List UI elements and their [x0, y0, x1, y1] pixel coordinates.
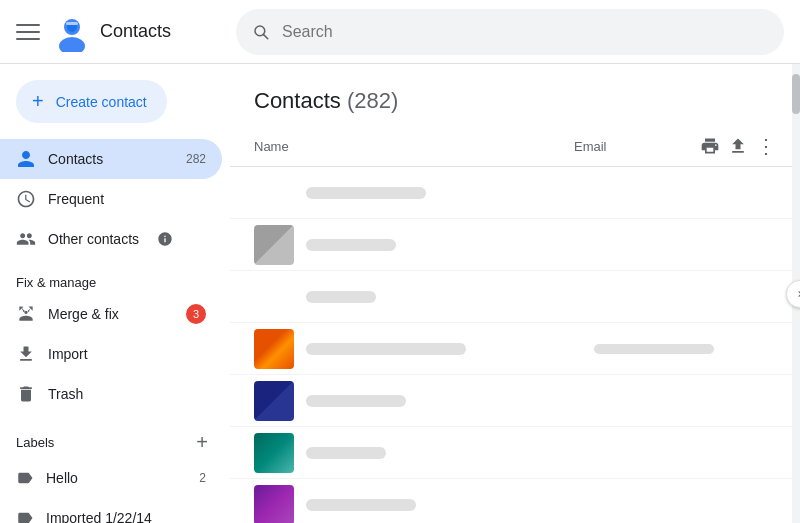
column-name: Name	[254, 139, 574, 154]
column-actions: ⋮	[700, 134, 776, 158]
label-hello-icon	[16, 469, 34, 487]
main-content: Contacts (282) Name Email ⋮	[230, 64, 800, 523]
contact-row[interactable]	[230, 479, 800, 523]
contact-name	[306, 447, 386, 459]
contact-info	[306, 291, 574, 303]
sidebar: + Create contact Contacts 282 Frequent O…	[0, 64, 230, 523]
chevron-right-icon	[794, 288, 800, 300]
layout: + Create contact Contacts 282 Frequent O…	[0, 64, 800, 523]
sidebar-item-frequent[interactable]: Frequent	[0, 179, 222, 219]
search-bar[interactable]	[236, 9, 784, 55]
contact-row[interactable]	[230, 219, 800, 271]
topbar: Contacts	[0, 0, 800, 64]
main-header: Contacts (282)	[230, 64, 800, 114]
topbar-left: Contacts	[16, 12, 236, 52]
search-input[interactable]	[282, 23, 768, 41]
other-contacts-label: Other contacts	[48, 231, 139, 247]
contact-row[interactable]	[230, 323, 800, 375]
plus-icon: +	[32, 90, 44, 113]
labels-label: Labels	[16, 435, 54, 450]
contacts-badge: 282	[186, 152, 206, 166]
contacts-list	[230, 167, 800, 523]
sidebar-item-other-contacts[interactable]: Other contacts	[0, 219, 222, 259]
svg-rect-4	[66, 22, 78, 25]
label-imported-text: Imported 1/22/14	[46, 510, 152, 523]
merge-badge: 3	[186, 304, 206, 324]
sidebar-item-contacts[interactable]: Contacts 282	[0, 139, 222, 179]
sidebar-item-trash[interactable]: Trash	[0, 374, 222, 414]
hamburger-icon[interactable]	[16, 20, 40, 44]
trash-icon	[16, 384, 36, 404]
contact-avatar	[254, 381, 294, 421]
table-header: Name Email ⋮	[230, 126, 800, 167]
contact-name	[306, 343, 466, 355]
import-icon	[16, 344, 36, 364]
contact-email-blur	[594, 344, 714, 354]
contact-row[interactable]	[230, 375, 800, 427]
merge-icon	[16, 304, 36, 324]
contact-avatar	[254, 225, 294, 265]
contact-avatar	[254, 433, 294, 473]
app-title: Contacts	[100, 21, 171, 42]
contact-name	[306, 187, 426, 199]
contact-row[interactable]	[230, 271, 800, 323]
svg-line-6	[264, 34, 268, 38]
merge-label: Merge & fix	[48, 306, 119, 322]
search-icon	[252, 23, 270, 41]
label-hello-text: Hello	[46, 470, 78, 486]
contact-row[interactable]	[230, 167, 800, 219]
contact-name	[306, 239, 396, 251]
contact-avatar	[254, 485, 294, 524]
trash-label: Trash	[48, 386, 83, 402]
page-title: Contacts (282)	[254, 88, 398, 114]
add-label-button[interactable]: +	[190, 430, 214, 454]
app-logo: Contacts	[52, 12, 171, 52]
frequent-nav-icon	[16, 189, 36, 209]
create-contact-button[interactable]: + Create contact	[16, 80, 167, 123]
contact-info	[306, 343, 574, 355]
contact-info	[306, 239, 574, 251]
contact-name	[306, 499, 416, 511]
contact-row[interactable]	[230, 427, 800, 479]
frequent-nav-label: Frequent	[48, 191, 104, 207]
contact-avatar	[254, 329, 294, 369]
contacts-logo-icon	[52, 12, 92, 52]
contact-email	[594, 344, 714, 354]
label-hello[interactable]: Hello 2	[0, 458, 222, 498]
label-hello-count: 2	[199, 471, 206, 485]
contact-info	[306, 187, 574, 199]
fix-manage-label: Fix & manage	[16, 275, 96, 290]
contact-info	[306, 499, 574, 511]
print-icon[interactable]	[700, 136, 720, 156]
contacts-nav-label: Contacts	[48, 151, 103, 167]
contact-info	[306, 447, 574, 459]
labels-header: Labels +	[0, 414, 230, 458]
contact-name	[306, 395, 406, 407]
more-icon[interactable]: ⋮	[756, 134, 776, 158]
export-icon[interactable]	[728, 136, 748, 156]
contact-info	[306, 395, 574, 407]
sidebar-item-merge[interactable]: Merge & fix 3	[0, 294, 222, 334]
contact-name	[306, 291, 376, 303]
contacts-nav-icon	[16, 149, 36, 169]
create-contact-label: Create contact	[56, 94, 147, 110]
other-contacts-info-icon	[157, 231, 173, 247]
fix-manage-header: Fix & manage	[0, 259, 230, 294]
scrollbar-thumb[interactable]	[792, 74, 800, 114]
sidebar-item-import[interactable]: Import	[0, 334, 222, 374]
contacts-count: (282)	[347, 88, 398, 113]
label-imported[interactable]: Imported 1/22/14	[0, 498, 222, 523]
column-email: Email	[574, 139, 700, 154]
other-contacts-nav-icon	[16, 229, 36, 249]
import-label: Import	[48, 346, 88, 362]
label-imported-icon	[16, 509, 34, 523]
